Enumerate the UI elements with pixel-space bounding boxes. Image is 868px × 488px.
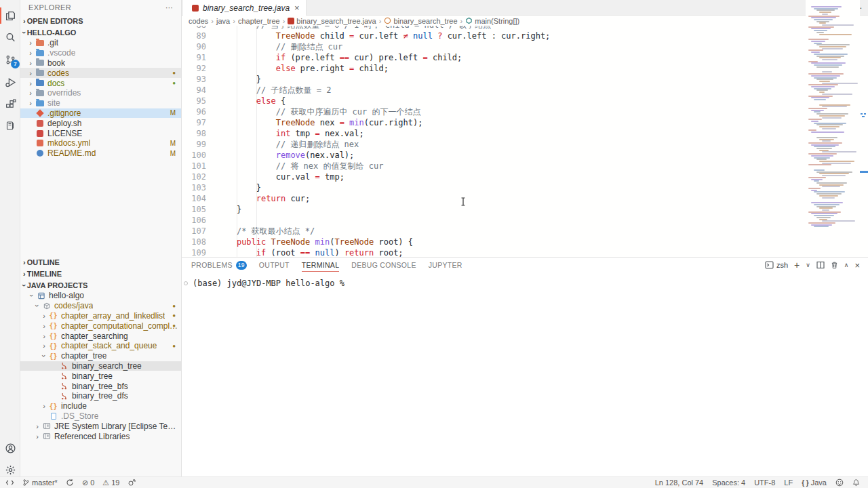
maximize-panel-icon[interactable]: ∧: [844, 262, 849, 268]
status-remote[interactable]: [5, 479, 14, 487]
code-text: }: [206, 74, 261, 85]
activity-source-control[interactable]: 7: [0, 49, 20, 70]
status-bell[interactable]: [852, 479, 860, 487]
code-line: 98 int tmp = nex.val;: [182, 128, 806, 139]
tree-item-binary-tree-bfs[interactable]: binary_tree_bfs: [20, 381, 181, 391]
code-text: // 子结点数量 = 2: [206, 85, 331, 96]
tree-item-chapter-stack-and-queue[interactable]: ›{}chapter_stack_and_queue●: [20, 341, 181, 351]
tree-item-referenced-libraries[interactable]: ›Referenced Libraries: [20, 431, 181, 441]
square-icon: [35, 129, 44, 138]
status-branch[interactable]: master*: [22, 479, 58, 487]
status-launch[interactable]: [127, 479, 136, 487]
breadcrumb-item[interactable]: main(String[]): [465, 17, 519, 25]
tree-item-site[interactable]: ›site: [20, 98, 181, 108]
tree-item--gitignore[interactable]: .gitignoreM: [20, 108, 181, 119]
code-line: 94 // 子结点数量 = 2: [182, 85, 806, 96]
panel-tab-problems[interactable]: PROBLEMS19: [191, 258, 247, 272]
tree-item-chapter-tree[interactable]: ›{}chapter_tree: [20, 351, 181, 361]
code-area[interactable]: 88 // 当子结点数量 = 0 / 1 时， child = null / 该…: [182, 26, 806, 257]
tree-item-docs[interactable]: ›docs●: [20, 78, 181, 88]
breadcrumb-item[interactable]: binary_search_tree: [384, 17, 457, 25]
tree-item-deploy-sh[interactable]: deploy.sh: [20, 118, 181, 128]
tab-bar: binary_search_tree.java × ∨⋯: [182, 0, 868, 16]
activity-run-debug[interactable]: [0, 72, 20, 92]
root-folder-section[interactable]: › HELLO-ALGO: [20, 26, 181, 38]
breadcrumb-item[interactable]: java: [216, 17, 230, 25]
panel-tab-terminal[interactable]: TERMINAL: [302, 258, 340, 272]
open-editors-section[interactable]: › OPEN EDITORS: [20, 15, 181, 26]
split-terminal-button[interactable]: [816, 261, 825, 269]
code-line: 92 else pre.right = child;: [182, 63, 806, 74]
timeline-section[interactable]: › TIMELINE: [20, 268, 181, 279]
tree-item--vscode[interactable]: ›.vscode: [20, 48, 181, 58]
tree-item-binary-tree-dfs[interactable]: binary_tree_dfs: [20, 391, 181, 401]
chevron-icon: ›: [27, 69, 34, 77]
tree-item--git[interactable]: ›.git: [20, 38, 181, 48]
tree-item-binary-search-tree[interactable]: binary_search_tree: [20, 361, 181, 371]
status-braces-s[interactable]: { }Java: [802, 479, 827, 487]
tree-item-mkdocs-yml[interactable]: mkdocs.ymlM: [20, 138, 181, 148]
status-smiley[interactable]: [835, 479, 844, 487]
terminal-dropdown-icon[interactable]: ∨: [806, 262, 810, 268]
kill-terminal-button[interactable]: [831, 261, 838, 269]
breadcrumb-separator: ›: [283, 17, 285, 25]
tree-item-readme-md[interactable]: README.mdM: [20, 148, 181, 159]
outline-section[interactable]: › OUTLINE: [20, 256, 181, 268]
tree-item-jre-system-library-eclipse-temurin-17-17-[interactable]: ›JRE System Library [Eclipse Temurin 17 …: [20, 421, 181, 431]
overview-ruler[interactable]: [860, 0, 868, 257]
tree-item-chapter-computational-complexity[interactable]: ›{}chapter_computational_complexity●: [20, 321, 181, 331]
minimap[interactable]: [806, 0, 860, 257]
tree-item-chapter-searching[interactable]: ›{}chapter_searching: [20, 331, 181, 341]
breadcrumb-item[interactable]: chapter_tree: [238, 17, 280, 25]
new-terminal-button[interactable]: +: [794, 260, 800, 270]
tree-item-license[interactable]: LICENSE: [20, 128, 181, 138]
status-lf[interactable]: LF: [784, 479, 793, 487]
error-icon: ⊘: [82, 479, 88, 487]
panel-tab-jupyter[interactable]: JUPYTER: [429, 258, 462, 272]
modified-dot: ●: [172, 323, 176, 329]
modified-dot: ●: [172, 343, 176, 349]
tree-item-book[interactable]: ›book: [20, 58, 181, 68]
close-panel-icon[interactable]: ×: [854, 260, 860, 270]
terminal-picker[interactable]: zsh: [765, 261, 788, 269]
status-warn[interactable]: ⚠19: [102, 479, 119, 487]
tree-item-overrides[interactable]: ›overrides: [20, 88, 181, 98]
breadcrumb-item[interactable]: binary_search_tree.java: [288, 17, 376, 25]
tab-close-icon[interactable]: ×: [294, 3, 300, 13]
chevron-icon: ›: [27, 59, 34, 67]
status-error[interactable]: ⊘0: [82, 479, 94, 487]
java-projects-section[interactable]: › JAVA PROJECTS: [20, 279, 181, 291]
terminal-prompt[interactable]: (base) jyd@JYD-MBP hello-algo %: [193, 279, 344, 288]
fork-icon: [60, 392, 68, 400]
activity-extensions[interactable]: [0, 94, 20, 115]
activity-search[interactable]: [0, 27, 20, 47]
tab-binary-search-tree[interactable]: binary_search_tree.java ×: [183, 0, 307, 16]
panel-tab-output[interactable]: OUTPUT: [259, 258, 290, 272]
tree-item-codes-java[interactable]: ›codes/java●: [20, 301, 181, 311]
breadcrumb-item[interactable]: codes: [189, 17, 208, 25]
activity-account[interactable]: [0, 438, 20, 458]
tree-item-codes[interactable]: ›codes●: [20, 68, 181, 78]
line-number: 95: [182, 96, 206, 106]
status-utf-8[interactable]: UTF-8: [754, 479, 775, 487]
tree-item-binary-tree[interactable]: binary_tree: [20, 371, 181, 381]
code-line: 101 // 将 nex 的值复制给 cur: [182, 161, 806, 171]
code-text: // 当子结点数量 = 0 / 1 时， child = null / 该子结点: [206, 26, 491, 30]
activity-explorer[interactable]: [0, 5, 20, 26]
sidebar-more-icon[interactable]: ⋯: [165, 3, 173, 12]
remote-icon: [5, 479, 14, 487]
status-sync[interactable]: [66, 479, 74, 487]
breadcrumb-separator: ›: [379, 17, 382, 25]
tree-item-hello-algo[interactable]: ›hello-algo: [20, 291, 181, 301]
tree-item-chapter-array-and-linkedlist[interactable]: ›{}chapter_array_and_linkedlist●: [20, 311, 181, 321]
status-spaces-4[interactable]: Spaces: 4: [712, 479, 745, 487]
terminal-command-decoration: [184, 281, 188, 285]
status-ln-128-col-74[interactable]: Ln 128, Col 74: [655, 479, 704, 487]
chevron-icon: ›: [41, 312, 47, 320]
tree-item--ds-store[interactable]: .DS_Store: [20, 411, 181, 422]
panel-tab-debug-console[interactable]: DEBUG CONSOLE: [351, 258, 416, 272]
activity-notebook[interactable]: [0, 115, 20, 136]
java-file-icon: [191, 4, 199, 12]
tree-item-include[interactable]: ›{}include: [20, 401, 181, 411]
braces-icon: {}: [49, 332, 58, 340]
